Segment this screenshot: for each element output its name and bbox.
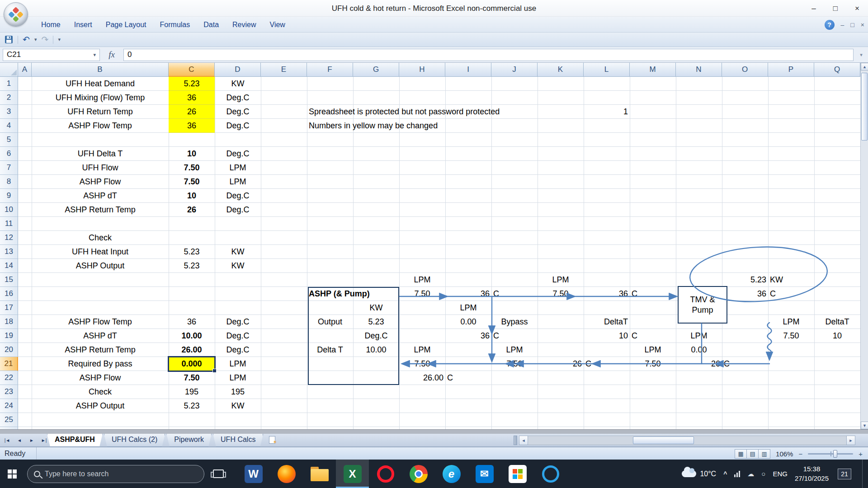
cell-C1[interactable]: 5.23 [169,77,215,91]
cell-O21[interactable]: C [722,357,768,371]
name-box[interactable]: C21 ▾ [3,49,100,61]
word-taskbar-icon[interactable]: W [237,460,270,488]
cell-B14[interactable]: ASHP Output [32,259,169,273]
ribbon-tab-review[interactable]: Review [226,18,263,32]
cell-D10[interactable]: Deg.C [215,203,261,217]
column-header-J[interactable]: J [491,63,538,77]
cell-I17[interactable]: LPM [445,301,491,315]
formula-input[interactable]: 0 [123,49,854,61]
row-header-11[interactable]: 11 [0,217,18,231]
row-header-6[interactable]: 6 [0,147,18,161]
row-header-1[interactable]: 1 [0,77,18,91]
undo-icon[interactable]: ↶ [23,35,30,44]
cell-H15[interactable]: LPM [399,273,445,287]
cell-D3[interactable]: Deg.C [215,105,261,119]
row-header-17[interactable]: 17 [0,301,18,315]
cell-J18[interactable]: Bypass [491,315,538,329]
column-header-N[interactable]: N [676,63,722,77]
search-input[interactable] [45,470,198,478]
cell-C4[interactable]: 36 [169,119,215,133]
cell-C3[interactable]: 26 [169,105,215,119]
scroll-up-icon[interactable]: ▲ [861,63,868,70]
cell-L18[interactable]: DeltaT [584,315,630,329]
column-header-A[interactable]: A [18,63,32,77]
cell-J19[interactable]: C [491,329,538,343]
task-view-button[interactable] [206,460,231,488]
language-indicator[interactable]: ENG [773,470,788,478]
sheet-tab-ufh-calcs[interactable]: UFH Calcs [213,434,263,447]
row-header-23[interactable]: 23 [0,385,18,399]
cell-C7[interactable]: 7.50 [169,161,215,175]
cell-B3[interactable]: UFH Return Temp [32,105,169,119]
normal-view-icon[interactable]: ▦ [735,449,747,459]
column-header-F[interactable]: F [307,63,353,77]
edge-taskbar-icon[interactable]: e [435,460,468,488]
column-header-H[interactable]: H [399,63,445,77]
row-header-25[interactable]: 25 [0,413,18,427]
zoom-level[interactable]: 106% [776,450,793,458]
cell-C13[interactable]: 5.23 [169,245,215,259]
cell-C23[interactable]: 195 [169,385,215,399]
cell-N20[interactable]: 0.00 [676,343,722,357]
cell-B8[interactable]: ASHP Flow [32,175,169,189]
cell-D14[interactable]: KW [215,259,261,273]
tray-app-icon[interactable]: ○ [761,470,765,478]
previous-sheet-icon[interactable]: ◄ [14,435,25,446]
formula-bar-expand-icon[interactable]: ▾ [857,52,865,58]
cell-B4[interactable]: ASHP Flow Temp [32,119,169,133]
cell-B19[interactable]: ASHP dT [32,329,169,343]
cell-N19[interactable]: LPM [676,329,722,343]
maximize-button[interactable]: □ [825,0,846,17]
row-header-13[interactable]: 13 [0,245,18,259]
ribbon-tab-formulas[interactable]: Formulas [153,18,197,32]
row-header-10[interactable]: 10 [0,203,18,217]
cell-J21[interactable]: 7.50 [491,357,538,371]
excel-taskbar-icon[interactable]: X [336,460,369,488]
cell-L3[interactable]: 1 [584,105,630,119]
row-header-19[interactable]: 19 [0,329,18,343]
cell-B18[interactable]: ASHP Flow Temp [32,315,169,329]
worksheet-grid[interactable]: TMV & Pump ABCDEFGHIJKLMNOPQ123456789101… [0,63,860,429]
vertical-scroll-thumb[interactable] [861,73,868,141]
row-header-14[interactable]: 14 [0,259,18,273]
tray-chevron-icon[interactable]: ^ [723,470,727,478]
cell-M19[interactable]: C [630,329,676,343]
help-icon[interactable]: ? [825,20,835,30]
cell-F3[interactable]: Spreadsheet is protected but not passwor… [307,105,353,119]
opera-taskbar-icon[interactable] [369,460,402,488]
cell-O15[interactable]: 5.23 [722,273,768,287]
cell-C18[interactable]: 36 [169,315,215,329]
cell-L19[interactable]: 10 [584,329,630,343]
tab-split-handle[interactable] [514,436,517,445]
cell-C8[interactable]: 7.50 [169,175,215,189]
horizontal-scroll-track[interactable] [528,436,846,445]
cell-D18[interactable]: Deg.C [215,315,261,329]
sheet-tab-ufh-calcs-2-[interactable]: UFH Calcs (2) [104,434,165,447]
cell-N21[interactable]: 26 [676,357,722,371]
scroll-right-icon[interactable]: ► [846,436,855,445]
cell-I22[interactable]: C [445,371,491,385]
zoom-slider-thumb[interactable] [833,450,837,458]
cell-K16[interactable]: 7.50 [538,287,584,301]
first-sheet-icon[interactable]: |◄ [2,435,13,446]
cell-P18[interactable]: LPM [768,315,814,329]
cell-B24[interactable]: ASHP Output [32,399,169,413]
cell-H22[interactable]: 26.00 [399,371,445,385]
ribbon-tab-view[interactable]: View [263,18,292,32]
cell-B22[interactable]: ASHP Flow [32,371,169,385]
cell-D4[interactable]: Deg.C [215,119,261,133]
cell-L21[interactable]: C [584,357,630,371]
cell-B7[interactable]: UFH Flow [32,161,169,175]
scroll-down-icon[interactable]: ▼ [861,422,868,429]
row-header-18[interactable]: 18 [0,315,18,329]
column-header-L[interactable]: L [584,63,630,77]
select-all-corner[interactable] [0,63,18,77]
cell-D24[interactable]: KW [215,399,261,413]
taskbar-search[interactable] [27,465,204,483]
cell-C24[interactable]: 5.23 [169,399,215,413]
column-header-M[interactable]: M [630,63,676,77]
row-header-24[interactable]: 24 [0,399,18,413]
name-box-dropdown-icon[interactable]: ▾ [93,52,96,58]
minimize-button[interactable]: – [803,0,825,17]
row-header-12[interactable]: 12 [0,231,18,245]
